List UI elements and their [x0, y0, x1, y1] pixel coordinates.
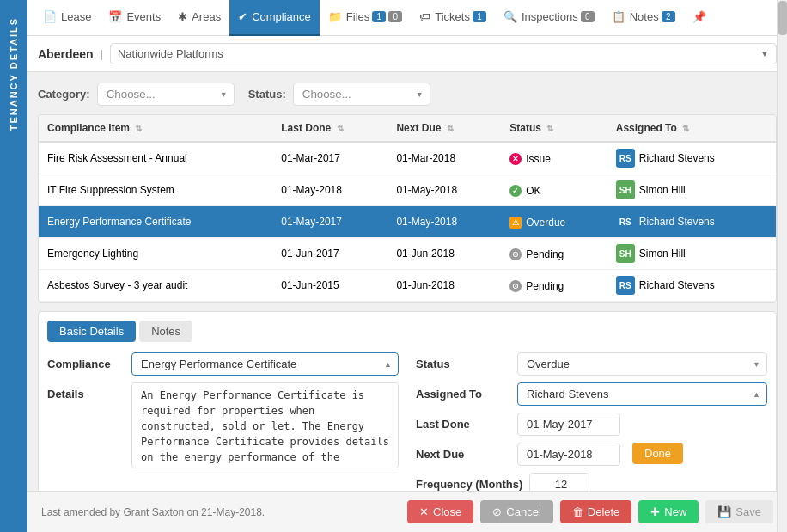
avatar: RS [616, 149, 635, 168]
new-icon: ✚ [650, 505, 660, 518]
sort-icon-assigned[interactable]: ⇅ [682, 124, 689, 133]
files-icon: 📁 [328, 10, 342, 23]
form-right-column: Status Overdue Assigned To Richard Steve… [416, 352, 767, 491]
cell-last-done: 01-May-2017 [272, 206, 387, 238]
table-row[interactable]: Emergency Lighting01-Jun-201701-Jun-2018… [39, 238, 776, 270]
nav-events[interactable]: 📅 Events [100, 0, 169, 36]
status-select[interactable]: Choose... [293, 83, 430, 106]
tab-basic-details[interactable]: Basic Details [47, 321, 136, 342]
cell-next-due: 01-May-2018 [387, 174, 501, 206]
notes-icon: 📋 [612, 10, 625, 23]
tab-notes[interactable]: Notes [139, 321, 192, 342]
cell-item: Fire Risk Assessment - Annual [39, 142, 272, 174]
cell-assigned-to: RSRichard Stevens [607, 270, 776, 302]
last-done-input[interactable] [517, 413, 620, 436]
cell-last-done: 01-Jun-2017 [272, 238, 387, 270]
col-compliance-item: Compliance Item ⇅ [39, 115, 272, 142]
sidebar-label: TENANCY DETAILS [9, 17, 19, 131]
category-filter-group: Category: Choose... [38, 83, 235, 106]
cell-item: Asbestos Survey - 3 year audit [39, 270, 272, 302]
form-left-column: Compliance Energy Performance Certificat… [47, 352, 399, 491]
tickets-icon: 🏷 [419, 10, 430, 23]
nav-files[interactable]: 📁 Files 1 0 [320, 0, 411, 36]
assignee-name: Simon Hill [639, 184, 686, 196]
assigned-cell-content: RSRichard Stevens [616, 276, 767, 295]
cell-next-due: 01-Jun-2018 [387, 238, 501, 270]
files-badge-2: 0 [388, 11, 402, 22]
nav-more[interactable]: 📌 [684, 0, 719, 36]
frequency-input[interactable] [529, 473, 589, 491]
cell-status: ✕Issue [501, 142, 607, 174]
status-select-detail[interactable]: Overdue [517, 352, 767, 376]
cancel-button[interactable]: ⊘ Cancel [480, 500, 552, 523]
chevron-down-icon: ▼ [760, 49, 769, 58]
col-assigned-to: Assigned To ⇅ [607, 115, 776, 142]
nav-events-label: Events [126, 10, 161, 23]
table-scroll-area: Compliance Item ⇅ Last Done ⇅ Next Due ⇅… [39, 115, 776, 302]
nav-tickets[interactable]: 🏷 Tickets 1 [411, 0, 495, 36]
status-filter-group: Status: Choose... [248, 83, 430, 106]
nav-inspections[interactable]: 🔍 Inspections 0 [495, 0, 603, 36]
nav-compliance-label: Compliance [252, 10, 311, 23]
table-row[interactable]: IT Fire Suppression System01-May-201801-… [39, 174, 776, 206]
nav-notes[interactable]: 📋 Notes 2 [603, 0, 684, 36]
new-button[interactable]: ✚ New [638, 500, 699, 523]
compliance-select[interactable]: Energy Performance Certificate [131, 352, 399, 376]
table-row[interactable]: Energy Performance Certificate01-May-201… [39, 206, 776, 238]
close-button[interactable]: ✕ Close [407, 500, 473, 523]
notes-badge: 2 [662, 11, 675, 22]
nav-lease[interactable]: 📄 Lease [34, 0, 100, 36]
files-badge-1: 1 [372, 11, 386, 22]
cell-status: ⊙Pending [501, 238, 607, 270]
sort-icon-next-due[interactable]: ⇅ [447, 124, 454, 133]
status-select-wrapper: Choose... [293, 83, 430, 106]
status-badge: ✕Issue [509, 153, 551, 165]
last-done-label: Last Done [416, 413, 510, 431]
location-platform-select[interactable]: Nationwide Platforms ▼ [110, 43, 777, 64]
sort-icon-last-done[interactable]: ⇅ [337, 124, 344, 133]
tenancy-sidebar: TENANCY DETAILS [0, 0, 27, 532]
cell-status: ⊙Pending [501, 270, 607, 302]
next-due-row: Next Due Done [416, 443, 767, 466]
cell-last-done: 01-Jun-2015 [272, 270, 387, 302]
status-badge: ✓OK [509, 185, 540, 197]
details-field-row: Details An Energy Performance Certificat… [47, 382, 399, 468]
cell-item: Emergency Lighting [39, 238, 272, 270]
last-done-row: Last Done [416, 413, 767, 436]
save-button[interactable]: 💾 Save [705, 500, 773, 523]
table-row[interactable]: Fire Risk Assessment - Annual01-Mar-2017… [39, 142, 776, 174]
cell-assigned-to: SHSimon Hill [607, 238, 776, 270]
next-due-label: Next Due [416, 443, 510, 461]
cell-next-due: 01-Jun-2018 [387, 270, 501, 302]
delete-button[interactable]: 🗑 Delete [560, 500, 632, 523]
done-button[interactable]: Done [632, 443, 683, 464]
compliance-table: Compliance Item ⇅ Last Done ⇅ Next Due ⇅… [38, 114, 777, 303]
sort-icon-status[interactable]: ⇅ [546, 124, 553, 133]
compliance-table-inner: Compliance Item ⇅ Last Done ⇅ Next Due ⇅… [39, 115, 776, 302]
location-bar: Aberdeen | Nationwide Platforms ▼ [27, 36, 787, 72]
next-due-input[interactable] [517, 443, 620, 466]
events-icon: 📅 [108, 10, 122, 23]
assigned-to-select[interactable]: Richard Stevens [517, 382, 767, 406]
details-textarea[interactable]: An Energy Performance Certificate is req… [131, 382, 399, 468]
status-filter-label: Status: [248, 88, 286, 101]
main-content: 📄 Lease 📅 Events ✱ Areas ✔ Compliance 📁 … [27, 0, 787, 532]
sort-icon-item[interactable]: ⇅ [135, 124, 142, 133]
category-select[interactable]: Choose... [97, 83, 235, 106]
nav-compliance[interactable]: ✔ Compliance [229, 0, 320, 36]
assignee-name: Richard Stevens [639, 279, 715, 291]
content-area: Category: Choose... Status: Choose... [27, 72, 787, 491]
save-icon: 💾 [717, 505, 731, 518]
assigned-to-select-wrapper: Richard Stevens [517, 382, 767, 406]
status-dot: ⊙ [509, 248, 522, 260]
save-label: Save [735, 505, 761, 518]
details-field-label: Details [47, 382, 125, 401]
table-body: Fire Risk Assessment - Annual01-Mar-2017… [39, 142, 776, 302]
col-status: Status ⇅ [501, 115, 607, 142]
assignee-name: Simon Hill [639, 248, 686, 260]
assignee-name: Richard Stevens [639, 216, 715, 228]
status-badge: ⊙Pending [509, 248, 564, 260]
table-row[interactable]: Asbestos Survey - 3 year audit01-Jun-201… [39, 270, 776, 302]
nav-areas[interactable]: ✱ Areas [169, 0, 229, 36]
areas-icon: ✱ [178, 10, 187, 23]
